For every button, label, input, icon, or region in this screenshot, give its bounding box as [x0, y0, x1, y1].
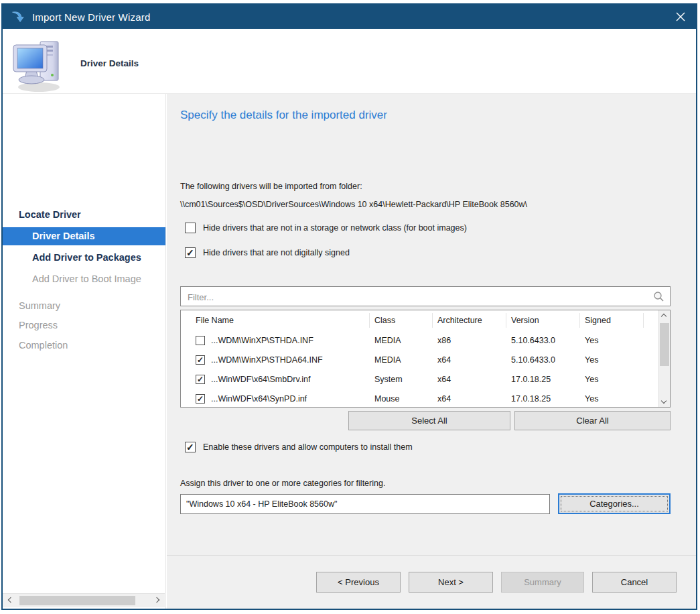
summary-button: Summary — [501, 572, 584, 593]
filter-input[interactable] — [186, 289, 644, 305]
page-title: Driver Details — [80, 58, 139, 68]
column-header-signed[interactable]: Signed — [580, 313, 644, 328]
table-row[interactable]: ...WDM\WinXP\STHDA.INF MEDIA x86 5.10.64… — [181, 330, 658, 350]
table-row[interactable]: ...WinWDF\x64\SmbDrv.inf System x64 17.0… — [181, 369, 658, 389]
row-version: 5.10.6433.0 — [506, 336, 580, 345]
table-row[interactable]: ...WDM\WinXP\STHDA64.INF MEDIA x64 5.10.… — [181, 350, 658, 369]
row-signed: Yes — [580, 355, 644, 365]
category-field-wrap — [180, 494, 550, 514]
wizard-header: Driver Details — [3, 29, 696, 94]
row-architecture: x64 — [433, 375, 506, 384]
column-header-architecture[interactable]: Architecture — [433, 313, 506, 328]
sidebar-item-add-driver-to-boot-image: Add Driver to Boot Image — [3, 270, 166, 288]
sidebar-item-progress: Progress — [3, 316, 166, 334]
assign-categories-label: Assign this driver to one or more catego… — [180, 479, 385, 488]
row-version: 5.10.6433.0 — [506, 355, 580, 365]
row-class: MEDIA — [370, 336, 433, 345]
column-header-file-name[interactable]: File Name — [181, 313, 370, 328]
folder-label: The following drivers will be imported f… — [180, 182, 362, 191]
close-icon — [676, 12, 685, 21]
hide-unsigned-checkbox-row: Hide drivers that are not digitally sign… — [185, 247, 350, 258]
sidebar-horizontal-scrollbar[interactable] — [3, 593, 165, 607]
row-version: 17.0.18.25 — [506, 394, 580, 404]
category-field[interactable] — [180, 494, 550, 514]
enable-drivers-checkbox-row: Enable these drivers and allow computers… — [185, 442, 413, 452]
row-file-name: ...WinWDF\x64\SynPD.inf — [211, 394, 307, 404]
folder-path: \\cm01\Sources$\OSD\DriverSources\Window… — [180, 200, 527, 209]
title-bar: Import New Driver Wizard — [3, 5, 696, 29]
scroll-down-icon[interactable] — [661, 398, 667, 404]
driver-table-rows: ...WDM\WinXP\STHDA.INF MEDIA x86 5.10.64… — [181, 330, 658, 408]
row-architecture: x64 — [433, 394, 506, 404]
row-signed: Yes — [580, 375, 644, 384]
select-all-button[interactable]: Select All — [348, 411, 510, 430]
wizard-arrow-icon — [11, 11, 25, 23]
row-architecture: x86 — [433, 336, 506, 345]
sidebar-item-completion: Completion — [3, 336, 166, 355]
footer-divider — [167, 555, 696, 556]
column-header-class[interactable]: Class — [370, 313, 433, 328]
computer-icon — [12, 38, 66, 97]
hide-storage-label: Hide drivers that are not in a storage o… — [203, 223, 467, 233]
sidebar-item-locate-driver[interactable]: Locate Driver — [3, 206, 166, 224]
search-icon — [653, 291, 664, 305]
row-architecture: x64 — [433, 355, 506, 365]
row-file-name: ...WDM\WinXP\STHDA64.INF — [211, 355, 323, 365]
previous-button[interactable]: < Previous — [316, 572, 401, 593]
row-version: 17.0.18.25 — [506, 375, 580, 384]
clear-all-button[interactable]: Clear All — [514, 411, 671, 430]
import-driver-wizard-window: Import New Driver Wizard — [1, 3, 697, 610]
row-checkbox[interactable] — [196, 355, 205, 365]
scroll-up-icon[interactable] — [661, 314, 667, 319]
row-class: Mouse — [370, 394, 433, 404]
hide-storage-checkbox[interactable] — [185, 223, 196, 233]
hide-storage-checkbox-row: Hide drivers that are not in a storage o… — [185, 223, 467, 233]
hide-unsigned-checkbox[interactable] — [185, 247, 196, 258]
wizard-content: Specify the details for the imported dri… — [167, 94, 696, 609]
table-row[interactable]: ...WinWDF\x64\SynPD.inf Mouse x64 17.0.1… — [181, 389, 658, 408]
row-class: System — [370, 375, 433, 384]
wizard-step-sidebar: Locate Driver Driver Details Add Driver … — [3, 94, 166, 609]
table-vertical-scrollbar[interactable] — [658, 310, 670, 407]
filter-box — [180, 286, 671, 306]
row-checkbox[interactable] — [196, 394, 205, 404]
scrollbar-thumb[interactable] — [660, 323, 669, 366]
next-button[interactable]: Next > — [409, 572, 493, 593]
row-signed: Yes — [580, 336, 644, 345]
enable-drivers-label: Enable these drivers and allow computers… — [203, 442, 413, 452]
sidebar-item-summary: Summary — [3, 297, 166, 315]
sidebar-item-driver-details[interactable]: Driver Details — [3, 227, 166, 245]
scroll-right-icon[interactable] — [154, 597, 159, 603]
row-class: MEDIA — [370, 355, 433, 365]
cancel-button[interactable]: Cancel — [592, 572, 677, 593]
driver-table-header: File Name Class Architecture Version Sig… — [181, 310, 670, 330]
sidebar-item-add-driver-to-packages[interactable]: Add Driver to Packages — [3, 249, 166, 267]
row-checkbox[interactable] — [196, 375, 205, 384]
scroll-left-icon[interactable] — [8, 597, 13, 603]
row-signed: Yes — [580, 394, 644, 404]
scrollbar-thumb[interactable] — [19, 596, 135, 605]
row-checkbox[interactable] — [196, 336, 205, 345]
categories-button[interactable]: Categories... — [558, 493, 671, 514]
driver-table: File Name Class Architecture Version Sig… — [180, 310, 671, 408]
hide-unsigned-label: Hide drivers that are not digitally sign… — [203, 248, 350, 257]
close-button[interactable] — [665, 5, 696, 29]
row-file-name: ...WinWDF\x64\SmbDrv.inf — [211, 375, 310, 384]
row-file-name: ...WDM\WinXP\STHDA.INF — [211, 336, 313, 345]
column-header-version[interactable]: Version — [506, 313, 580, 328]
content-heading: Specify the details for the imported dri… — [180, 109, 387, 122]
enable-drivers-checkbox[interactable] — [185, 442, 196, 452]
window-title: Import New Driver Wizard — [32, 11, 151, 23]
